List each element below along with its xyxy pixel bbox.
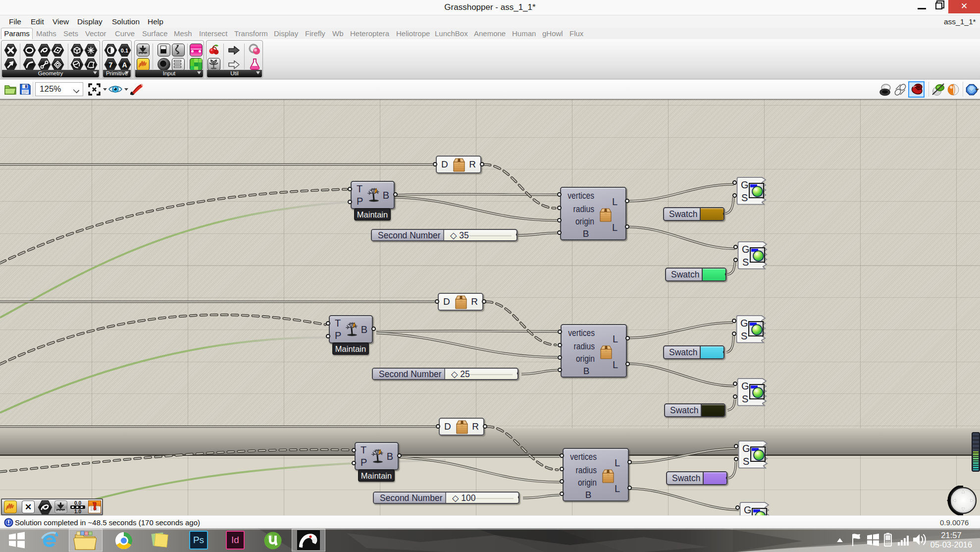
svg-text:0.1: 0.1 (121, 48, 128, 54)
svg-text:A: A (122, 61, 127, 69)
svg-text:7: 7 (109, 61, 113, 69)
